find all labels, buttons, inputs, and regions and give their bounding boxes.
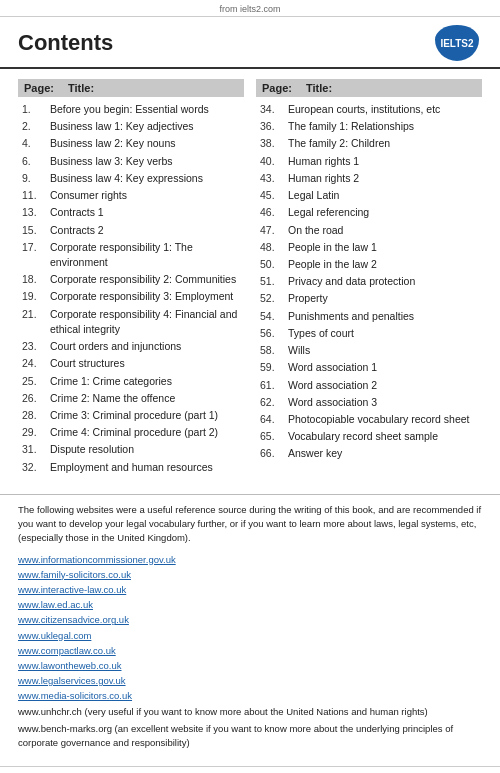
website-link[interactable]: www.interactive-law.co.uk [18,582,482,597]
right-page-label: Page: [262,82,292,94]
list-item: 21.Corporate responsibility 4: Financial… [18,306,244,338]
page-title: Contents [18,30,113,56]
list-item: 46.Legal referencing [256,204,482,221]
entry-number: 64. [260,412,284,427]
entry-title: Property [288,291,478,306]
website-link[interactable]: www.compactlaw.co.uk [18,643,482,658]
list-item: 61.Word association 2 [256,377,482,394]
entry-number: 56. [260,326,284,341]
list-item: 4.Business law 2: Key nouns [18,135,244,152]
list-item: 59.Word association 1 [256,359,482,376]
entry-title: Types of court [288,326,478,341]
entry-title: On the road [288,223,478,238]
entry-number: 25. [22,374,46,389]
list-item: 62.Word association 3 [256,394,482,411]
entry-title: Privacy and data protection [288,274,478,289]
list-item: 13.Contracts 1 [18,204,244,221]
website-links-container: www.informationcommissioner.gov.ukwww.fa… [18,552,482,704]
list-item: 28.Crime 3: Criminal procedure (part 1) [18,407,244,424]
website-link[interactable]: www.uklegal.com [18,628,482,643]
entry-title: People in the law 2 [288,257,478,272]
entry-number: 21. [22,307,46,337]
entry-number: 45. [260,188,284,203]
entry-title: Contracts 1 [50,205,240,220]
entry-number: 1. [22,102,46,117]
entry-title: Word association 3 [288,395,478,410]
entry-title: Corporate responsibility 2: Communities [50,272,240,287]
list-item: 24.Court structures [18,355,244,372]
entry-title: Court structures [50,356,240,371]
entry-number: 17. [22,240,46,270]
entry-title: Court orders and injunctions [50,339,240,354]
list-item: 26.Crime 2: Name the offence [18,390,244,407]
website-link[interactable]: www.law.ed.ac.uk [18,597,482,612]
list-item: 54.Punishments and penalties [256,308,482,325]
entry-title: Photocopiable vocabulary record sheet [288,412,478,427]
entry-number: 11. [22,188,46,203]
entry-number: 28. [22,408,46,423]
entry-number: 65. [260,429,284,444]
list-item: 29.Crime 4: Criminal procedure (part 2) [18,424,244,441]
entry-title: Word association 2 [288,378,478,393]
entry-title: Business law 3: Key verbs [50,154,240,169]
website-desc2: www.bench-marks.org (an excellent websit… [18,722,482,751]
entry-number: 4. [22,136,46,151]
list-item: 65.Vocabulary record sheet sample [256,428,482,445]
list-item: 52.Property [256,290,482,307]
websites-section: The following websites were a useful ref… [0,503,500,758]
entry-number: 61. [260,378,284,393]
entry-title: The family 1: Relationships [288,119,478,134]
website-link[interactable]: www.family-solicitors.co.uk [18,567,482,582]
logo: IELTS2 [432,25,482,61]
entry-title: Word association 1 [288,360,478,375]
entry-number: 48. [260,240,284,255]
list-item: 18.Corporate responsibility 2: Communiti… [18,271,244,288]
entry-number: 47. [260,223,284,238]
entry-title: Business law 2: Key nouns [50,136,240,151]
list-item: 31.Dispute resolution [18,441,244,458]
entry-number: 36. [260,119,284,134]
entry-title: Corporate responsibility 3: Employment [50,289,240,304]
entry-number: 19. [22,289,46,304]
website-link[interactable]: www.lawontheweb.co.uk [18,658,482,673]
entry-number: 66. [260,446,284,461]
list-item: 47.On the road [256,222,482,239]
website-link[interactable]: www.media-solicitors.co.uk [18,688,482,703]
list-item: 15.Contracts 2 [18,222,244,239]
list-item: 66.Answer key [256,445,482,462]
entry-title: Contracts 2 [50,223,240,238]
logo-text: IELTS2 [440,38,473,49]
entry-number: 23. [22,339,46,354]
right-column: Page: Title: 34.European courts, institu… [256,79,482,476]
entry-title: The family 2: Children [288,136,478,151]
entry-number: 26. [22,391,46,406]
entry-title: European courts, institutions, etc [288,102,478,117]
entry-number: 18. [22,272,46,287]
list-item: 58.Wills [256,342,482,359]
list-item: 38.The family 2: Children [256,135,482,152]
entry-title: Corporate responsibility 1: The environm… [50,240,240,270]
website-desc1: www.unhchr.ch (very useful if you want t… [18,705,482,719]
website-link[interactable]: www.legalservices.gov.uk [18,673,482,688]
entry-number: 31. [22,442,46,457]
list-item: 43.Human rights 2 [256,170,482,187]
entry-number: 15. [22,223,46,238]
list-item: 19.Corporate responsibility 3: Employmen… [18,288,244,305]
entry-title: Business law 4: Key expressions [50,171,240,186]
entry-number: 13. [22,205,46,220]
entry-title: Legal Latin [288,188,478,203]
entry-number: 62. [260,395,284,410]
right-entries-container: 34.European courts, institutions, etc36.… [256,101,482,463]
website-link[interactable]: www.informationcommissioner.gov.uk [18,552,482,567]
list-item: 2.Business law 1: Key adjectives [18,118,244,135]
entry-number: 9. [22,171,46,186]
website-link[interactable]: www.citizensadvice.org.uk [18,612,482,627]
list-item: 56.Types of court [256,325,482,342]
list-item: 23.Court orders and injunctions [18,338,244,355]
right-col-header: Page: Title: [256,79,482,97]
list-item: 50.People in the law 2 [256,256,482,273]
entry-number: 6. [22,154,46,169]
entry-title: Crime 1: Crime categories [50,374,240,389]
list-item: 6.Business law 3: Key verbs [18,153,244,170]
list-item: 9.Business law 4: Key expressions [18,170,244,187]
